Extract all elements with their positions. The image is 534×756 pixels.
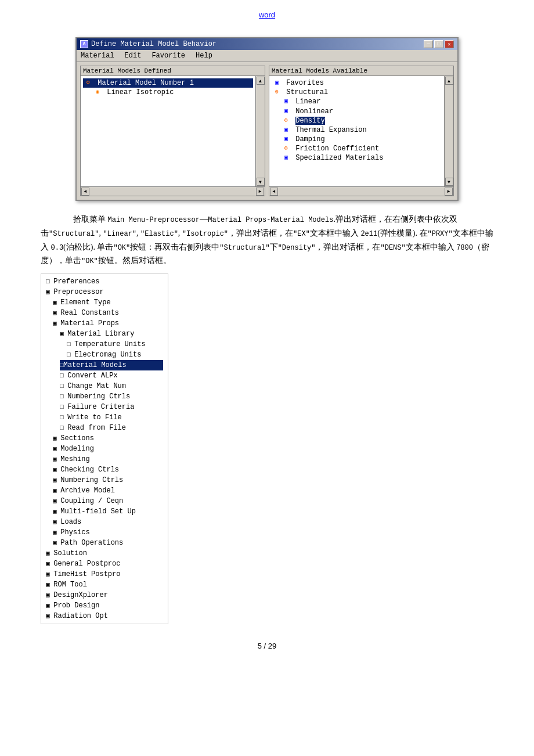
tree-label-cc: Checking Ctrls [60,466,119,474]
tree-item-real-constants[interactable]: ▣ Real Constants [53,308,163,318]
menu-favorite[interactable]: Favorite [150,51,187,60]
tree-label-pd: Prob Design [53,602,99,610]
menu-help[interactable]: Help [194,51,214,60]
tree-item-material-props[interactable]: ▣ Material Props [53,318,163,329]
rp-item-linear[interactable]: ▣ Linear [272,97,442,106]
tree-label-mod: Modeling [60,445,94,453]
tree-item-preprocessor[interactable]: ▣ Preprocessor [46,287,163,297]
body-text-indent [57,215,73,224]
mono-text-2: "Structural" [49,230,99,238]
tree-item-physics[interactable]: ▣ Physics [53,527,163,538]
left-hscroll-left[interactable]: ◄ [81,188,89,196]
tree-item-convert-alpx[interactable]: □ Convert ALPx [60,370,163,381]
tree-label-tu: Temperature Units [74,340,145,348]
right-hscroll-right[interactable]: ► [445,188,453,196]
tree-item-preferences[interactable]: □ Preferences [46,276,163,287]
tree-item-designxplorer[interactable]: ▣ DesignXplorer [46,590,163,600]
rp-item-friction[interactable]: ⚙ Friction Coefficient [272,144,442,153]
mono-text-6: "EX" [293,230,310,238]
tree-item-loads[interactable]: ▣ Loads [53,517,163,527]
right-hscroll[interactable]: ◄ ► [269,186,453,196]
left-panel-scrollbar[interactable]: ▲ ▼ [255,76,265,186]
rp-item-specialized-label: Specialized Materials [295,154,383,163]
right-panel-scrollbar[interactable]: ▲ ▼ [444,76,453,186]
tree-item-write-to-file[interactable]: □ Write to File [60,412,163,423]
expand-icon-rt: ▣ [46,581,53,588]
expand-icon-mesh: ▣ [53,456,60,463]
expand-icon-sec: ▣ [53,435,60,442]
menu-edit[interactable]: Edit [123,51,143,60]
rp-item-density[interactable]: ⚙ Density [272,116,442,125]
model-item-1[interactable]: ⚙ Material Model Number 1 [83,78,253,88]
tree-item-rom-tool[interactable]: ▣ ROM Tool [46,579,163,590]
tree-item-modeling[interactable]: ▣ Modeling [53,444,163,454]
tree-item-material-models[interactable]: □ Material Models [60,360,163,370]
tree-item-material-library[interactable]: ▣ Material Library [60,329,163,339]
rp-item-structural[interactable]: ⚙ Structural [272,88,442,97]
right-hscroll-left[interactable]: ◄ [270,188,278,196]
minimize-button[interactable]: — [424,40,433,48]
body-paragraph: 拾取菜单 Main Menu-Preprocessor──Material Pr… [41,213,493,268]
rp-item-friction-label: Friction Coefficient [295,145,379,153]
dialog-titlebar: Λ Define Material Model Behavior — □ ✕ [77,38,457,50]
tree-item-failure-criteria[interactable]: □ Failure Criteria [60,402,163,412]
tree-item-numbering-ctrls-sub[interactable]: □ Numbering Ctrls [60,391,163,402]
right-panel-with-scroll: ▣ Favorites ⚙ Structural ▣ Linear [269,76,453,186]
right-scroll-up[interactable]: ▲ [445,77,453,85]
expand-icon-mm: □ [60,361,64,370]
rp-item-linear-label: Linear [295,98,320,106]
main-content: 拾取菜单 Main Menu-Preprocessor──Material Pr… [41,213,493,268]
right-scroll-down[interactable]: ▼ [445,178,453,186]
rp-item-nonlinear[interactable]: ▣ Nonlinear [272,107,442,116]
close-button[interactable]: ✕ [445,40,454,48]
menu-material[interactable]: Material [79,51,116,60]
expand-icon-fc: □ [60,404,67,411]
tree-label-nc: Numbering Ctrls [60,476,123,484]
left-hscroll-right[interactable]: ► [256,188,264,196]
right-panel-title: Material Models Available [269,66,453,76]
tree-item-timehist[interactable]: ▣ TimeHist Postpro [46,569,163,579]
tree-item-electromag-units[interactable]: □ Electromag Units [67,350,163,360]
tree-item-checking-ctrls[interactable]: ▣ Checking Ctrls [53,465,163,475]
tree-item-meshing[interactable]: ▣ Meshing [53,454,163,465]
tree-item-multifield[interactable]: ▣ Multi-field Set Up [53,506,163,517]
maximize-button[interactable]: □ [434,40,443,48]
tree-label-ca: Convert ALPx [67,372,117,380]
left-scroll-up[interactable]: ▲ [257,77,265,85]
tree-item-numbering-ctrls[interactable]: ▣ Numbering Ctrls [53,475,163,485]
dialog-body: Material Models Defined ⚙ Material Model… [77,62,457,200]
rp-item-thermal[interactable]: ▣ Thermal Expansion [272,125,442,135]
mono-text-9: 0.3 [51,244,64,252]
mono-text-8: "PRXY" [428,230,453,238]
tree-label-mesh: Meshing [60,455,89,463]
tree-item-temp-units[interactable]: □ Temperature Units [67,339,163,350]
model-item-2[interactable]: ◉ Linear Isotropic [83,88,253,97]
tree-item-prob-design[interactable]: ▣ Prob Design [46,600,163,611]
tree-item-coupling[interactable]: ▣ Coupling / Ceqn [53,496,163,506]
dialog-window: Λ Define Material Model Behavior — □ ✕ M… [75,37,459,201]
tree-item-element-type[interactable]: ▣ Element Type [53,297,163,308]
mono-text-12: "Density" [278,244,316,252]
tree-item-general-postproc[interactable]: ▣ General Postproc [46,559,163,569]
left-hscroll[interactable]: ◄ ► [81,186,265,196]
tree-item-read-from-file[interactable]: □ Read from File [60,423,163,433]
header-link[interactable]: word [259,10,275,19]
expand-icon-mp: ▣ [53,320,60,327]
expand-icon-tu: □ [67,341,74,348]
tree-menu: □ Preferences ▣ Preprocessor ▣ Element T… [41,273,168,624]
mono-text-10: "OK" [113,244,130,252]
left-scroll-down[interactable]: ▼ [257,178,265,186]
rp-item-favorites[interactable]: ▣ Favorites [272,78,442,88]
rp-item-specialized[interactable]: ▣ Specialized Materials [272,153,442,163]
rp-item-damping[interactable]: ▣ Damping [272,135,442,144]
expand-icon-rc: ▣ [53,309,60,316]
tree-item-path-ops[interactable]: ▣ Path Operations [53,538,163,548]
dialog-container: Λ Define Material Model Behavior — □ ✕ M… [0,37,534,201]
tree-item-sections[interactable]: ▣ Sections [53,433,163,444]
tree-label-mf: Multi-field Set Up [60,507,136,516]
tree-item-radiation-opt[interactable]: ▣ Radiation Opt [46,611,163,621]
tree-item-archive-model[interactable]: ▣ Archive Model [53,485,163,496]
tree-item-change-mat-num[interactable]: □ Change Mat Num [60,381,163,391]
tree-label-gp: General Postproc [53,560,120,568]
tree-item-solution[interactable]: ▣ Solution [46,548,163,559]
